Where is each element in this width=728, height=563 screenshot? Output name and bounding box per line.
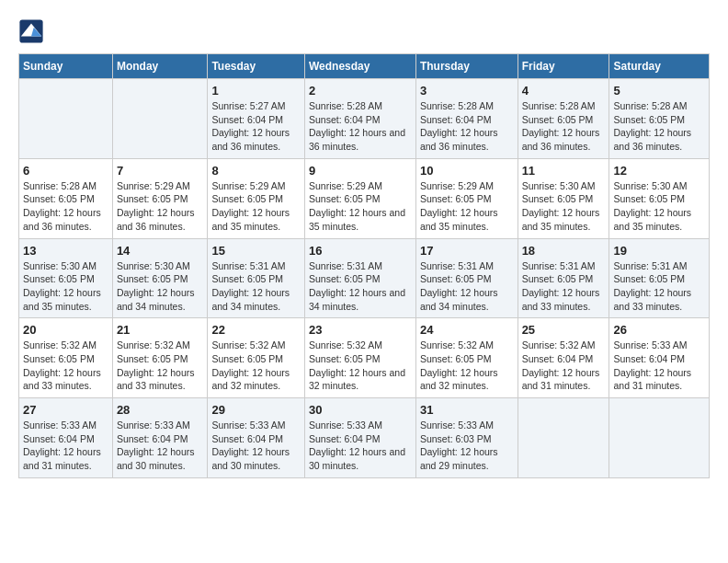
day-info: Sunrise: 5:28 AM Sunset: 6:04 PM Dayligh… [309, 99, 412, 154]
calendar-cell [112, 79, 208, 159]
day-info: Sunrise: 5:31 AM Sunset: 6:05 PM Dayligh… [522, 259, 606, 314]
day-number: 9 [309, 164, 412, 178]
day-info: Sunrise: 5:30 AM Sunset: 6:05 PM Dayligh… [23, 259, 108, 314]
logo [18, 18, 48, 44]
day-info: Sunrise: 5:29 AM Sunset: 6:05 PM Dayligh… [309, 179, 412, 234]
week-row: 27Sunrise: 5:33 AM Sunset: 6:04 PM Dayli… [19, 398, 710, 478]
day-number: 13 [23, 244, 108, 258]
calendar-cell: 27Sunrise: 5:33 AM Sunset: 6:04 PM Dayli… [19, 398, 113, 478]
day-info: Sunrise: 5:32 AM Sunset: 6:05 PM Dayligh… [117, 339, 204, 393]
col-header-tuesday: Tuesday [208, 54, 305, 79]
calendar-table: SundayMondayTuesdayWednesdayThursdayFrid… [18, 53, 710, 478]
calendar-cell [518, 398, 609, 478]
day-number: 6 [23, 164, 108, 178]
day-number: 20 [23, 323, 108, 337]
calendar-cell: 25Sunrise: 5:32 AM Sunset: 6:04 PM Dayli… [518, 318, 609, 398]
week-row: 1Sunrise: 5:27 AM Sunset: 6:04 PM Daylig… [19, 79, 710, 159]
day-number: 21 [117, 323, 204, 337]
day-info: Sunrise: 5:33 AM Sunset: 6:04 PM Dayligh… [211, 419, 301, 473]
calendar-cell: 19Sunrise: 5:31 AM Sunset: 6:05 PM Dayli… [609, 238, 710, 318]
calendar-cell: 26Sunrise: 5:33 AM Sunset: 6:04 PM Dayli… [609, 318, 710, 398]
col-header-friday: Friday [518, 54, 609, 79]
day-number: 1 [211, 84, 301, 98]
week-row: 13Sunrise: 5:30 AM Sunset: 6:05 PM Dayli… [19, 238, 710, 318]
col-header-thursday: Thursday [415, 54, 518, 79]
calendar-cell [609, 398, 710, 478]
day-number: 12 [613, 164, 705, 178]
day-info: Sunrise: 5:33 AM Sunset: 6:04 PM Dayligh… [23, 419, 108, 473]
day-number: 15 [211, 244, 301, 258]
day-info: Sunrise: 5:29 AM Sunset: 6:05 PM Dayligh… [211, 179, 301, 234]
day-info: Sunrise: 5:30 AM Sunset: 6:05 PM Dayligh… [613, 179, 705, 234]
calendar-cell: 29Sunrise: 5:33 AM Sunset: 6:04 PM Dayli… [208, 398, 305, 478]
col-header-monday: Monday [112, 54, 208, 79]
calendar-cell: 28Sunrise: 5:33 AM Sunset: 6:04 PM Dayli… [112, 398, 208, 478]
day-number: 29 [211, 403, 301, 417]
calendar-cell: 21Sunrise: 5:32 AM Sunset: 6:05 PM Dayli… [112, 318, 208, 398]
calendar-cell: 6Sunrise: 5:28 AM Sunset: 6:05 PM Daylig… [19, 158, 113, 238]
day-number: 25 [522, 323, 606, 337]
day-info: Sunrise: 5:33 AM Sunset: 6:03 PM Dayligh… [420, 419, 514, 473]
calendar-cell: 15Sunrise: 5:31 AM Sunset: 6:05 PM Dayli… [208, 238, 305, 318]
day-number: 17 [420, 244, 514, 258]
day-number: 5 [613, 84, 705, 98]
day-info: Sunrise: 5:32 AM Sunset: 6:04 PM Dayligh… [522, 339, 606, 393]
day-number: 2 [309, 84, 412, 98]
day-number: 16 [309, 244, 412, 258]
day-number: 7 [117, 164, 204, 178]
day-number: 23 [309, 323, 412, 337]
calendar-cell [19, 79, 113, 159]
day-info: Sunrise: 5:31 AM Sunset: 6:05 PM Dayligh… [420, 259, 514, 314]
day-info: Sunrise: 5:28 AM Sunset: 6:05 PM Dayligh… [23, 179, 108, 234]
day-info: Sunrise: 5:28 AM Sunset: 6:05 PM Dayligh… [613, 99, 705, 154]
day-info: Sunrise: 5:28 AM Sunset: 6:04 PM Dayligh… [420, 99, 514, 154]
calendar-cell: 31Sunrise: 5:33 AM Sunset: 6:03 PM Dayli… [415, 398, 518, 478]
col-header-saturday: Saturday [609, 54, 710, 79]
day-number: 24 [420, 323, 514, 337]
calendar-cell: 1Sunrise: 5:27 AM Sunset: 6:04 PM Daylig… [208, 79, 305, 159]
calendar-cell: 5Sunrise: 5:28 AM Sunset: 6:05 PM Daylig… [609, 79, 710, 159]
calendar-cell: 24Sunrise: 5:32 AM Sunset: 6:05 PM Dayli… [415, 318, 518, 398]
day-number: 28 [117, 403, 204, 417]
calendar-cell: 2Sunrise: 5:28 AM Sunset: 6:04 PM Daylig… [304, 79, 415, 159]
day-info: Sunrise: 5:33 AM Sunset: 6:04 PM Dayligh… [117, 419, 204, 473]
day-info: Sunrise: 5:32 AM Sunset: 6:05 PM Dayligh… [420, 339, 514, 393]
day-info: Sunrise: 5:29 AM Sunset: 6:05 PM Dayligh… [420, 179, 514, 234]
day-number: 31 [420, 403, 514, 417]
day-number: 30 [309, 403, 412, 417]
day-number: 11 [522, 164, 606, 178]
logo-icon [18, 18, 44, 44]
page-header [18, 18, 710, 44]
day-number: 18 [522, 244, 606, 258]
day-info: Sunrise: 5:33 AM Sunset: 6:04 PM Dayligh… [309, 419, 412, 473]
calendar-cell: 14Sunrise: 5:30 AM Sunset: 6:05 PM Dayli… [112, 238, 208, 318]
calendar-cell: 17Sunrise: 5:31 AM Sunset: 6:05 PM Dayli… [415, 238, 518, 318]
day-info: Sunrise: 5:32 AM Sunset: 6:05 PM Dayligh… [211, 339, 301, 393]
calendar-cell: 8Sunrise: 5:29 AM Sunset: 6:05 PM Daylig… [208, 158, 305, 238]
calendar-cell: 20Sunrise: 5:32 AM Sunset: 6:05 PM Dayli… [19, 318, 113, 398]
col-header-sunday: Sunday [19, 54, 113, 79]
calendar-cell: 11Sunrise: 5:30 AM Sunset: 6:05 PM Dayli… [518, 158, 609, 238]
day-info: Sunrise: 5:32 AM Sunset: 6:05 PM Dayligh… [23, 339, 108, 393]
day-number: 22 [211, 323, 301, 337]
calendar-cell: 10Sunrise: 5:29 AM Sunset: 6:05 PM Dayli… [415, 158, 518, 238]
calendar-cell: 12Sunrise: 5:30 AM Sunset: 6:05 PM Dayli… [609, 158, 710, 238]
day-number: 14 [117, 244, 204, 258]
day-number: 19 [613, 244, 705, 258]
day-number: 4 [522, 84, 606, 98]
calendar-cell: 7Sunrise: 5:29 AM Sunset: 6:05 PM Daylig… [112, 158, 208, 238]
day-info: Sunrise: 5:31 AM Sunset: 6:05 PM Dayligh… [613, 259, 705, 314]
calendar-cell: 13Sunrise: 5:30 AM Sunset: 6:05 PM Dayli… [19, 238, 113, 318]
day-number: 26 [613, 323, 705, 337]
calendar-cell: 22Sunrise: 5:32 AM Sunset: 6:05 PM Dayli… [208, 318, 305, 398]
calendar-cell: 30Sunrise: 5:33 AM Sunset: 6:04 PM Dayli… [304, 398, 415, 478]
day-info: Sunrise: 5:28 AM Sunset: 6:05 PM Dayligh… [522, 99, 606, 154]
day-info: Sunrise: 5:31 AM Sunset: 6:05 PM Dayligh… [211, 259, 301, 314]
calendar-cell: 4Sunrise: 5:28 AM Sunset: 6:05 PM Daylig… [518, 79, 609, 159]
week-row: 20Sunrise: 5:32 AM Sunset: 6:05 PM Dayli… [19, 318, 710, 398]
calendar-cell: 16Sunrise: 5:31 AM Sunset: 6:05 PM Dayli… [304, 238, 415, 318]
day-info: Sunrise: 5:31 AM Sunset: 6:05 PM Dayligh… [309, 259, 412, 314]
day-info: Sunrise: 5:33 AM Sunset: 6:04 PM Dayligh… [613, 339, 705, 393]
day-info: Sunrise: 5:30 AM Sunset: 6:05 PM Dayligh… [522, 179, 606, 234]
day-number: 8 [211, 164, 301, 178]
